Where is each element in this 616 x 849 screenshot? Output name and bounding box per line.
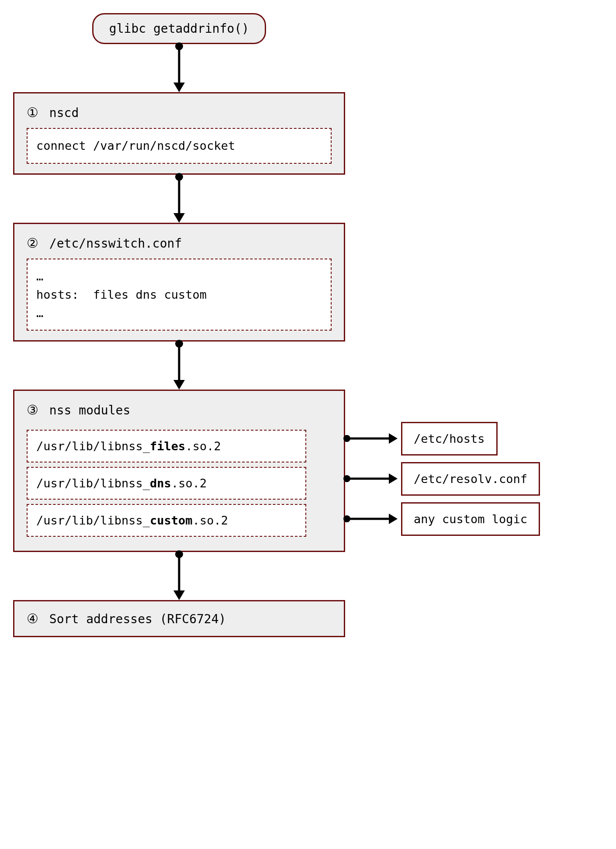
step-4-box: ④ Sort addresses (RFC6724) [13,600,345,637]
arrow-down-icon [178,552,180,600]
target-dns: /etc/resolv.conf [401,462,540,496]
module-custom: /usr/lib/libnss_custom.so.2 [27,504,306,537]
step-3-title: nss modules [49,403,130,418]
arrow-right-icon [345,478,398,480]
arrow-right-icon [345,518,398,520]
top-label-b: getaddrinfo() [153,21,249,36]
step-4-title: Sort addresses (RFC6724) [49,612,226,626]
arrow-right-icon [345,438,398,440]
step-1-number: ① [27,105,38,120]
step-4-number: ④ [27,611,38,626]
step-3-number: ③ [27,402,38,418]
top-label-a: glibc [109,21,146,36]
step-1-box: ① nscd connect /var/run/nscd/socket [13,92,345,175]
step-2-body: … hosts: files dns custom … [27,259,332,331]
target-files: /etc/hosts [401,422,498,456]
module-dns: /usr/lib/libnss_dns.so.2 [27,467,306,500]
arrow-down-icon [178,44,180,92]
target-custom: any custom logic [401,502,540,536]
step-2-box: ② /etc/nsswitch.conf … hosts: files dns … [13,223,345,342]
step-3-box: ③ nss modules /usr/lib/libnss_files.so.2… [13,390,345,552]
arrow-down-icon [178,175,180,223]
step-2-number: ② [27,235,38,251]
step-2-title: /etc/nsswitch.conf [49,236,182,251]
step-1-body: connect /var/run/nscd/socket [27,128,332,164]
step-1-title: nscd [49,106,79,120]
arrow-down-icon [178,342,180,390]
top-node: glibc getaddrinfo() [92,13,266,44]
module-files: /usr/lib/libnss_files.so.2 [27,430,306,462]
